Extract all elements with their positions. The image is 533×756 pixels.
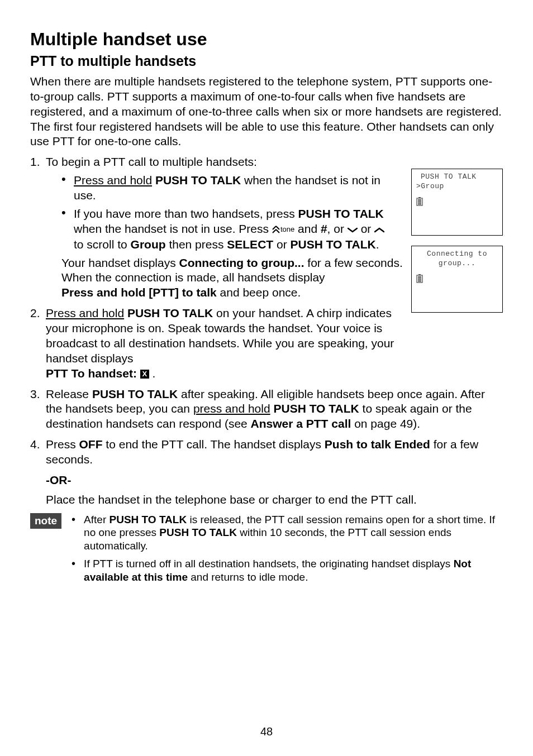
screen1-line1: PUSH TO TALK bbox=[416, 173, 498, 182]
svg-rect-3 bbox=[418, 201, 421, 203]
ptt-ended-bold: Push to talk Ended bbox=[325, 438, 430, 451]
step1-item-a: Press and hold PUSH TO TALK when the han… bbox=[61, 173, 397, 203]
chevron-up-icon bbox=[374, 222, 384, 237]
txt: when the handset is not in use. Press bbox=[74, 222, 272, 235]
ptt-bold: PUSH TO TALK bbox=[152, 174, 244, 186]
txt: . bbox=[149, 367, 156, 380]
svg-rect-9 bbox=[418, 280, 421, 282]
connecting-bold: Connecting to group... bbox=[179, 256, 304, 269]
step1-result: Your handset displays Connecting to grou… bbox=[46, 256, 415, 301]
press-hold-ptt-bold: Press and hold [PTT] to talk bbox=[61, 286, 217, 299]
txt: Press bbox=[46, 438, 79, 451]
handset-screen-1: PUSH TO TALK >Group bbox=[411, 169, 503, 236]
txt: on page 49). bbox=[351, 417, 420, 430]
txt: , or bbox=[327, 222, 348, 235]
txt: or bbox=[358, 222, 374, 235]
step4-alt: Place the handset in the telephone base … bbox=[30, 492, 503, 508]
note-badge: note bbox=[30, 513, 61, 529]
press-and-hold-text: Press and hold bbox=[46, 307, 124, 319]
press-and-hold-text: press and hold bbox=[193, 402, 270, 415]
note-1: After PUSH TO TALK is released, the PTT … bbox=[72, 513, 503, 553]
group-bold: Group bbox=[131, 238, 166, 251]
note-2: If PTT is turned off in all destination … bbox=[72, 557, 503, 584]
svg-rect-2 bbox=[418, 199, 421, 201]
txt: then press bbox=[166, 238, 227, 251]
txt: Your handset displays bbox=[61, 256, 179, 269]
ptt-bold: PUSH TO TALK bbox=[290, 238, 375, 251]
battery-icon bbox=[416, 274, 498, 287]
press-and-hold-text: Press and hold bbox=[74, 174, 152, 186]
ptt-bold: PUSH TO TALK bbox=[124, 307, 216, 319]
page-title: Multiple handset use bbox=[30, 28, 503, 51]
ptt-bold: PUSH TO TALK bbox=[159, 527, 237, 538]
section-subtitle: PTT to multiple handsets bbox=[30, 52, 503, 70]
select-bold: SELECT bbox=[227, 238, 273, 251]
txt: If PTT is turned off in all destination … bbox=[84, 558, 454, 570]
txt: or bbox=[273, 238, 290, 251]
ptt-bold: PUSH TO TALK bbox=[92, 387, 178, 400]
ptt-bold: PUSH TO TALK bbox=[110, 514, 187, 525]
note-block: note After PUSH TO TALK is released, the… bbox=[30, 513, 503, 588]
ptt-bold: PUSH TO TALK bbox=[270, 402, 363, 415]
battery-icon bbox=[416, 197, 498, 210]
txt: and returns to idle mode. bbox=[188, 571, 308, 583]
handset-screen-2: Connecting to group... bbox=[411, 246, 503, 313]
ptt-bold: PUSH TO TALK bbox=[298, 207, 384, 220]
txt: If you have more than two handsets, pres… bbox=[74, 207, 298, 220]
ptt-to-handset-bold: PTT To handset: bbox=[46, 367, 140, 380]
txt: and bbox=[294, 222, 321, 235]
svg-rect-4 bbox=[418, 203, 421, 205]
txt: . bbox=[376, 238, 379, 251]
txt: After bbox=[84, 514, 109, 525]
step-2: Press and hold PUSH TO TALK on your hand… bbox=[30, 306, 503, 381]
txt: Release bbox=[46, 387, 92, 400]
chevron-down-icon bbox=[348, 222, 358, 237]
screen2-line2: group... bbox=[416, 259, 498, 269]
screen1-line2: >Group bbox=[416, 182, 498, 192]
x-placeholder-icon: X bbox=[140, 370, 149, 379]
step1-sublist: Press and hold PUSH TO TALK when the han… bbox=[46, 173, 397, 252]
screen2-line1: Connecting to bbox=[416, 250, 498, 259]
txt: to scroll to bbox=[74, 238, 131, 251]
svg-rect-7 bbox=[418, 276, 421, 278]
off-bold: OFF bbox=[79, 438, 103, 451]
step-4: Press OFF to end the PTT call. The hands… bbox=[30, 437, 503, 467]
step-3: Release PUSH TO TALK after speaking. All… bbox=[30, 387, 503, 432]
tone-key-icon: tone bbox=[272, 225, 294, 235]
txt: and beep once. bbox=[217, 286, 301, 299]
hash-key: # bbox=[321, 222, 327, 235]
or-separator: -OR- bbox=[46, 473, 503, 488]
step1-lead: To begin a PTT call to multiple handsets… bbox=[46, 155, 257, 168]
answer-ptt-bold: Answer a PTT call bbox=[251, 417, 351, 430]
step1-item-b: If you have more than two handsets, pres… bbox=[61, 207, 397, 252]
intro-paragraph: When there are multiple handsets registe… bbox=[30, 74, 503, 149]
notes-list: After PUSH TO TALK is released, the PTT … bbox=[72, 513, 503, 588]
page-number: 48 bbox=[0, 725, 533, 739]
txt: to end the PTT call. The handset display… bbox=[103, 438, 325, 451]
svg-rect-8 bbox=[418, 278, 421, 280]
